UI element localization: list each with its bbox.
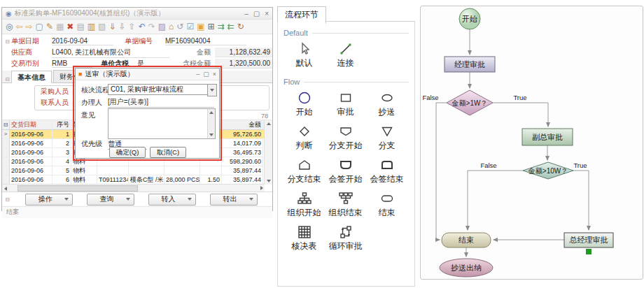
refresh-button[interactable]: ▤ xyxy=(76,20,84,34)
save-button[interactable]: ▦ xyxy=(56,20,64,34)
scroll-down-icon[interactable] xyxy=(267,180,271,182)
doc-no-field[interactable]: MF160904004 xyxy=(165,37,246,45)
minimize-icon[interactable]: – xyxy=(244,10,248,17)
palette-item-decision[interactable]: 判断 xyxy=(284,124,325,150)
window-titlebar[interactable]: ◉ 标准采购单-MF160904004(核算组织)（演示版） – ▢ × xyxy=(2,8,272,20)
palette-item-approve[interactable]: 审批 xyxy=(325,90,366,117)
palette-item-default[interactable]: 默认 xyxy=(284,41,325,68)
collapse-icon[interactable]: ⊟ xyxy=(4,76,11,82)
redo-button[interactable]: ↷ xyxy=(148,20,155,34)
cancel-button[interactable]: 取消(C) xyxy=(150,147,186,158)
palette-item-org-start[interactable]: 组织开始 xyxy=(284,191,325,217)
supplier-field[interactable]: L0400, 美江机械有限公司 xyxy=(52,48,169,58)
scroll-up-icon[interactable] xyxy=(267,122,271,125)
lock-button[interactable]: ▣ xyxy=(197,20,204,34)
col-seq[interactable]: 序号 xyxy=(52,120,71,129)
submit-button[interactable]: ⇓ xyxy=(108,20,115,34)
approval-flow-combobox[interactable]: C01, 采购审批审核流程 xyxy=(108,84,210,95)
col-delivery-date[interactable]: 交货日期 xyxy=(10,120,52,129)
maximize-icon[interactable]: ▢ xyxy=(253,10,260,17)
palette-item-branch-end[interactable]: 分支结束 xyxy=(284,157,325,184)
edit-button[interactable]: ✎ xyxy=(46,20,53,34)
amount-field: 1,128,632.49 xyxy=(215,48,272,57)
textarea-scrollbar[interactable] xyxy=(207,109,215,138)
print-button[interactable]: ⊞ xyxy=(208,20,215,34)
maximize-icon[interactable]: ▢ xyxy=(203,71,209,78)
chevron-down-icon xyxy=(64,198,69,201)
collapse-icon[interactable]: ⊟ xyxy=(4,196,11,203)
tab-flow-elements[interactable]: 流程环节 xyxy=(277,6,326,24)
palette-item-countersign-start[interactable]: 会签开始 xyxy=(325,157,366,184)
collapse-icon[interactable]: ⊟ xyxy=(4,38,11,45)
sync-button[interactable]: ↻ xyxy=(237,20,244,34)
delete-button[interactable]: ✖ xyxy=(66,20,74,34)
close-icon[interactable]: × xyxy=(213,71,216,78)
scroll-thumb[interactable] xyxy=(18,185,138,192)
table-row[interactable]: 2016-09-06 5 物料 35,897.44 6,102.5 xyxy=(2,166,265,175)
tab-basic-info[interactable]: 基本信息 xyxy=(11,71,52,83)
svg-text:结束: 结束 xyxy=(458,236,474,244)
node-decision-amount-10w[interactable]: 金额>10W？ xyxy=(523,162,573,179)
transfer-in-menu-button[interactable]: 转入 xyxy=(148,194,196,206)
node-start[interactable]: 开始 xyxy=(459,8,480,29)
node-gm-approval[interactable]: 总经理审批 xyxy=(564,233,613,254)
comment-textarea[interactable] xyxy=(108,108,216,139)
minimize-icon[interactable]: – xyxy=(196,71,200,78)
palette-item-org-end[interactable]: 组织结束 xyxy=(325,191,366,217)
flow-designer-canvas[interactable]: False True False True 开始 经理审批 金额>1W？ 副总审… xyxy=(420,6,643,280)
next-page-button[interactable]: ⇉ xyxy=(218,20,225,34)
handler-field[interactable]: [用户=(吴泰)] xyxy=(108,97,214,108)
audit-button[interactable]: ⌂ xyxy=(169,20,174,34)
scroll-right-icon[interactable] xyxy=(260,186,263,190)
export-button[interactable]: ⇧ xyxy=(129,20,136,34)
palette-item-countersign-end[interactable]: 会签结束 xyxy=(366,157,407,184)
copy-button[interactable]: ▥ xyxy=(88,20,95,34)
ok-button[interactable]: 确定(Q) xyxy=(109,147,146,158)
scroll-left-icon[interactable] xyxy=(4,187,7,191)
node-manager-approval[interactable]: 经理审批 xyxy=(444,57,495,72)
approve-button[interactable]: ☑ xyxy=(186,20,194,34)
palette-item-end[interactable]: 结束 xyxy=(366,191,407,217)
palette-item-cc[interactable]: 抄送 xyxy=(366,90,407,117)
forward-button[interactable]: ⇨ xyxy=(26,20,33,34)
combobox-dropdown-button[interactable] xyxy=(207,84,217,96)
transfer-button[interactable]: ▨ xyxy=(158,20,166,34)
history-button[interactable]: ↺ xyxy=(176,20,183,34)
doc-date-field[interactable]: 2016-09-04 xyxy=(52,37,113,45)
palette-item-branch-start[interactable]: 分支开始 xyxy=(325,124,366,150)
palette-item-approval-table[interactable]: 核决表 xyxy=(284,224,325,251)
paste-button[interactable]: ▧ xyxy=(98,20,106,34)
import-button[interactable]: ⇩ xyxy=(119,20,126,34)
cell: 2016-09-06 xyxy=(10,148,52,157)
query-menu-button[interactable]: 查询 xyxy=(87,194,134,206)
collapse-icon[interactable]: ⊟ xyxy=(2,120,10,129)
new-button[interactable]: ▢ xyxy=(36,20,43,34)
palette-item-loop-approve[interactable]: 循环审批 xyxy=(325,224,366,251)
palette-item-connect[interactable]: 连接 xyxy=(325,41,366,68)
scroll-up-icon[interactable] xyxy=(209,111,214,114)
node-vp-approval[interactable]: 副总审批 xyxy=(522,129,573,145)
palette-item-start[interactable]: 开始 xyxy=(284,90,325,117)
prev-page-button[interactable]: ⇇ xyxy=(227,20,234,34)
node-end[interactable]: 结束 xyxy=(442,233,491,247)
close-icon[interactable]: × xyxy=(265,10,269,17)
horizontal-scrollbar[interactable] xyxy=(2,184,265,192)
vertical-scrollbar[interactable] xyxy=(264,120,272,185)
document-header: ⊟ 单据日期 2016-09-04 单据编号 MF160904004 供应商 L… xyxy=(2,34,272,71)
submit-approval-dialog: ■ 送审（演示版） – ▢ × 核决流程 C01, 采购审批审核流程 办理人 [… xyxy=(75,68,220,159)
scroll-down-icon[interactable] xyxy=(209,134,214,136)
dialog-titlebar[interactable]: ■ 送审（演示版） – ▢ × xyxy=(76,69,219,80)
col-amount[interactable]: 金额 xyxy=(222,120,263,129)
view-button[interactable]: ◎ xyxy=(6,20,13,34)
back-button[interactable]: ⇦ xyxy=(15,20,22,34)
node-cc-cashier[interactable]: 抄送出纳 xyxy=(440,259,493,277)
action-menu-button[interactable]: 操作 xyxy=(25,194,73,206)
node-decision-amount-1w[interactable]: 金额>1W？ xyxy=(447,90,493,115)
currency-field[interactable]: RMB xyxy=(52,59,92,68)
cell: 28,000 PCS xyxy=(164,175,200,184)
transfer-out-menu-button[interactable]: 转出 xyxy=(210,194,258,206)
palette-item-branch[interactable]: 分支 xyxy=(366,124,407,150)
item-label: 开始 xyxy=(284,107,325,117)
selection-handle[interactable] xyxy=(586,249,592,254)
undo-button[interactable]: ↶ xyxy=(139,20,146,34)
